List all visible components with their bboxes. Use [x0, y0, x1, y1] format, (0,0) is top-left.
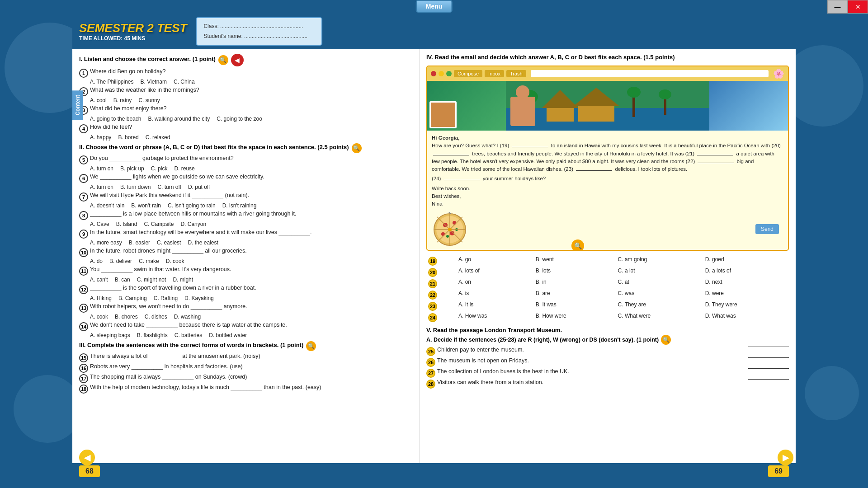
q11-c[interactable]: C. might not [137, 277, 166, 283]
q9-a[interactable]: A. more easy [90, 239, 122, 246]
q1-a[interactable]: A. The Philippines [90, 79, 134, 85]
q22-a[interactable]: A. is [458, 290, 469, 296]
q4-a[interactable]: A. happy [90, 134, 111, 141]
search-icon-email: 🔍 [571, 239, 584, 251]
q6-b[interactable]: B. turn down [120, 184, 151, 190]
close-button[interactable]: ✕ [848, 0, 868, 14]
next-page-button[interactable]: ▶ [778, 450, 793, 465]
q2-c[interactable]: C. sunny [138, 97, 160, 103]
q7-d[interactable]: D. isn't raining [222, 202, 257, 209]
q20-b[interactable]: B. lots [536, 267, 551, 274]
q14-c[interactable]: C. batteries [175, 332, 202, 338]
q19-b[interactable]: B. went [536, 256, 554, 263]
section-v-search-icon[interactable]: 🔍 [661, 335, 671, 345]
q20-a[interactable]: A. lots of [458, 267, 480, 274]
q4-row: 4 How did he feel? [79, 124, 412, 133]
q24-d[interactable]: D. What was [705, 313, 736, 319]
q4-c[interactable]: C. relaxed [146, 134, 170, 141]
menu-button[interactable]: Menu [416, 0, 453, 13]
q3-b[interactable]: B. walking around the city [148, 116, 210, 122]
q7-b[interactable]: B. won't rain [131, 202, 161, 209]
q3-c[interactable]: C. going to the zoo [217, 116, 262, 122]
q6-a[interactable]: A. turn on [90, 184, 113, 190]
q10-c[interactable]: C. make [139, 258, 159, 264]
section-iii: III. Complete the sentences with the cor… [79, 341, 412, 394]
q23-b[interactable]: B. It was [536, 301, 557, 308]
compose-button[interactable]: Compose [454, 70, 482, 77]
q5-d[interactable]: D. reuse [174, 165, 194, 172]
q7-c[interactable]: C. isn't going to rain [168, 202, 216, 209]
q12-c[interactable]: C. Rafting [154, 295, 178, 301]
q13-c[interactable]: C. dishes [145, 314, 167, 320]
q19-a[interactable]: A. go [458, 256, 471, 263]
q9-c[interactable]: C. easiest [157, 239, 181, 246]
q21-b[interactable]: B. in [536, 279, 547, 285]
menu-bar: Menu [416, 0, 453, 13]
q19-c[interactable]: C. am going [618, 256, 647, 263]
q5-c[interactable]: C. pick [151, 165, 168, 172]
q7-a[interactable]: A. doesn't rain [90, 202, 124, 209]
q20-d[interactable]: D. a lots of [705, 267, 731, 274]
minimize-button[interactable]: — [827, 0, 848, 14]
q14-number: 14 [79, 322, 88, 331]
q8-c[interactable]: C. Campsite [144, 221, 174, 227]
q11-a[interactable]: A. can't [90, 277, 108, 283]
q2-a[interactable]: A. cool [90, 97, 107, 103]
section-i-audio-icon[interactable]: ◀ [231, 54, 244, 66]
q13-b[interactable]: B. chores [115, 314, 138, 320]
q23-a[interactable]: A. It is [458, 301, 473, 308]
q5-a[interactable]: A. turn on [90, 165, 113, 172]
q9-d[interactable]: D. the eaiest [188, 239, 218, 246]
section-i-search-icon[interactable]: 🔍 [218, 55, 228, 65]
q19-d[interactable]: D. goed [705, 256, 724, 263]
flower-icon: 🌸 [773, 68, 784, 79]
q14-b[interactable]: B. flashlights [137, 332, 168, 338]
q8-d[interactable]: D. Canyon [180, 221, 206, 227]
q22-c[interactable]: C. was [618, 290, 635, 296]
section-ii-search-icon[interactable]: 🔍 [352, 143, 362, 153]
q23-row: 23 A. It is B. It was C. They are D. The… [426, 300, 789, 312]
q13-d[interactable]: D. washing [174, 314, 201, 320]
q22-d[interactable]: D. were [705, 290, 724, 296]
q12-b[interactable]: B. Camping [118, 295, 147, 301]
q1-b[interactable]: B. Vietnam [141, 79, 167, 85]
q24-c[interactable]: C. What were [618, 313, 651, 319]
q6-c[interactable]: C. turn off [157, 184, 181, 190]
trash-button[interactable]: Trash [506, 70, 526, 77]
send-button[interactable]: Send [755, 224, 779, 234]
q2-b[interactable]: B. rainy [113, 97, 132, 103]
q20-c[interactable]: C. a lot [618, 267, 635, 274]
q21-d[interactable]: D. next [705, 279, 722, 285]
q22-b[interactable]: B. are [536, 290, 550, 296]
q21-a[interactable]: A. on [458, 279, 471, 285]
q3-a[interactable]: A. going to the beach [90, 116, 141, 122]
q21-c[interactable]: C. at [618, 279, 629, 285]
q24-b[interactable]: B. How were [536, 313, 566, 319]
q9-b[interactable]: B. easier [129, 239, 150, 246]
prev-page-button[interactable]: ◀ [79, 450, 95, 465]
q12-d[interactable]: D. Kayaking [184, 295, 214, 301]
q6-d[interactable]: D. put off [188, 184, 210, 190]
q10-d[interactable]: D. cook [166, 258, 184, 264]
q13-row: 13 With robot helpers, we won't need to … [79, 303, 412, 313]
q8-a[interactable]: A. Cave [90, 221, 109, 227]
q14-a[interactable]: A. sleeping bags [90, 332, 130, 338]
q5-b[interactable]: B. pick up [120, 165, 144, 172]
q28-row: 28 Visitors can walk there from a train … [426, 379, 789, 389]
q13-a[interactable]: A. cook [90, 314, 108, 320]
q8-b[interactable]: B. Island [116, 221, 137, 227]
q23-c[interactable]: C. They are [618, 301, 646, 308]
q24-number: 24 [428, 313, 437, 322]
q23-d[interactable]: D. They were [705, 301, 737, 308]
q10-b[interactable]: B. deliver [109, 258, 132, 264]
q14-d[interactable]: D. bottled water [209, 332, 247, 338]
q4-b[interactable]: B. bored [118, 134, 138, 141]
q1-c[interactable]: C. China [174, 79, 195, 85]
section-iii-search-icon[interactable]: 🔍 [306, 341, 316, 351]
q11-b[interactable]: B. can [115, 277, 130, 283]
q24-a[interactable]: A. How was [458, 313, 487, 319]
inbox-button[interactable]: Inbox [485, 70, 504, 77]
q10-a[interactable]: A. do [90, 258, 103, 264]
q11-d[interactable]: D. might [173, 277, 193, 283]
q12-a[interactable]: A. Hiking [90, 295, 112, 301]
